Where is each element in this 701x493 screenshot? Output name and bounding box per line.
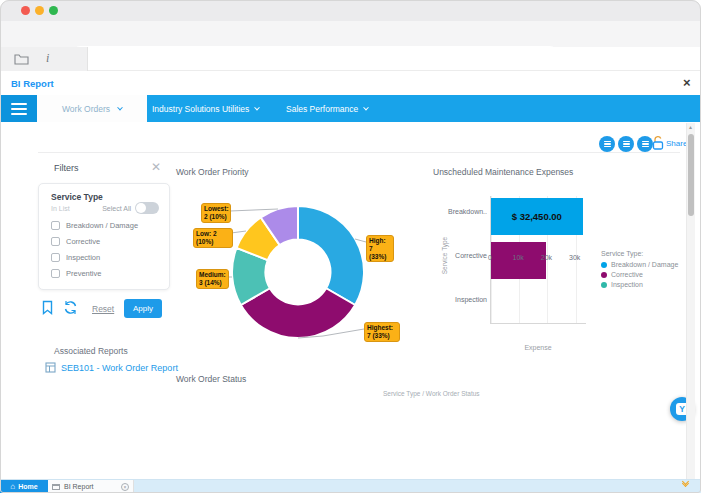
app-window: ← → ≡ i Tuesday, January 5, 2021 Admin B… xyxy=(0,0,701,493)
bar-chart-x-axis-label: Expense xyxy=(512,344,564,351)
legend-item: Corrective xyxy=(601,271,678,278)
legend-dot xyxy=(601,282,607,288)
close-tab-icon[interactable]: × xyxy=(121,483,129,491)
legend-dot xyxy=(601,262,607,268)
associated-reports-title: Associated Reports xyxy=(54,346,128,356)
tab-industry-solutions-utilities[interactable]: Industry Solutions Utilities xyxy=(152,95,259,122)
status-chart-subtitle: Service Type / Work Order Status xyxy=(383,390,480,397)
filter-option-row: Corrective xyxy=(51,237,100,246)
checkbox-preventive[interactable] xyxy=(51,269,60,278)
tab-label: Work Orders xyxy=(62,104,110,114)
tab-label: Sales Performance xyxy=(286,104,358,114)
legend-item: Breakdown / Damage xyxy=(601,261,678,268)
donut-chart-title: Work Order Priority xyxy=(176,167,249,177)
dashboard-action-icon-3[interactable] xyxy=(637,136,653,152)
taskbar-tab-bi-report[interactable]: BI Report × xyxy=(48,480,134,493)
filters-title: Filters xyxy=(54,163,79,173)
scrollbar-up-icon[interactable]: ▲ xyxy=(688,124,693,130)
toolbar-left-group: i xyxy=(0,47,88,71)
unlock-icon[interactable] xyxy=(652,135,664,151)
report-icon xyxy=(45,362,56,373)
scrollbar-thumb[interactable] xyxy=(688,134,694,216)
tab-sales-performance[interactable]: Sales Performance xyxy=(286,95,368,122)
dashboard-action-icon-2[interactable] xyxy=(618,136,634,152)
maximize-window-icon[interactable] xyxy=(49,6,58,15)
apply-button[interactable]: Apply xyxy=(124,299,162,318)
legend-label: Corrective xyxy=(611,271,643,278)
category-label: Breakdown.. xyxy=(423,208,487,215)
checkbox-corrective[interactable] xyxy=(51,237,60,246)
share-button[interactable]: Share xyxy=(666,139,687,148)
browser-chrome: ← → ≡ xyxy=(0,21,701,47)
x-tick: 10k xyxy=(510,254,526,261)
x-tick: 0 xyxy=(482,254,498,261)
filter-group-name: Service Type xyxy=(51,192,103,202)
filters-close-icon[interactable]: ✕ xyxy=(151,160,161,174)
report-window-icon xyxy=(52,484,60,490)
info-icon[interactable]: i xyxy=(46,51,49,66)
callout-lowest: Lowest: 2 (10%) xyxy=(201,203,231,223)
filter-option-row: Preventive xyxy=(51,269,101,278)
report-link-label: SEB101 - Work Order Report xyxy=(61,363,178,373)
option-label: Breakdown / Damage xyxy=(66,221,138,230)
callout-low: Low: 2 (10%) xyxy=(193,228,233,248)
filter-operator: In List xyxy=(51,205,70,212)
category-label: Inspection xyxy=(423,296,487,303)
bar-chart-title: Unscheduled Maintenance Expenses xyxy=(433,167,573,177)
legend-title: Service Type: xyxy=(601,250,678,257)
folder-icon[interactable] xyxy=(14,53,29,65)
callout-highest: Highest: 7 (33%) xyxy=(364,322,400,342)
dashboard-action-icon-1[interactable] xyxy=(599,136,615,152)
reset-link[interactable]: Reset xyxy=(92,304,114,314)
divider xyxy=(38,152,680,153)
page-title: BI Report xyxy=(11,78,54,89)
taskbar-tab-label: Home xyxy=(18,483,37,490)
legend-label: Breakdown / Damage xyxy=(611,261,678,268)
tab-label: Industry Solutions Utilities xyxy=(152,104,249,114)
bar-chart-legend: Service Type: Breakdown / Damage Correct… xyxy=(601,250,678,291)
option-label: Corrective xyxy=(66,237,100,246)
filter-option-row: Breakdown / Damage xyxy=(51,221,138,230)
work-order-priority-donut[interactable] xyxy=(208,188,388,360)
category-label: Corrective xyxy=(423,252,487,259)
tab-work-orders[interactable]: Work Orders xyxy=(37,95,147,122)
taskbar-tab-home[interactable]: ⌂ Home xyxy=(0,480,48,493)
callout-medium: Medium: 3 (14%) xyxy=(196,269,229,289)
select-all-toggle[interactable] xyxy=(135,202,159,214)
legend-item: Inspection xyxy=(601,281,678,288)
checkbox-breakdown-damage[interactable] xyxy=(51,221,60,230)
close-page-icon[interactable]: × xyxy=(683,75,691,90)
dashboard-navbar: Work Orders Industry Solutions Utilities… xyxy=(0,95,701,122)
minimize-window-icon[interactable] xyxy=(35,6,44,15)
close-window-icon[interactable] xyxy=(21,6,30,15)
option-label: Inspection xyxy=(66,253,100,262)
app-toolbar: i Tuesday, January 5, 2021 Admin xyxy=(0,47,701,71)
legend-label: Inspection xyxy=(611,281,643,288)
callout-high: High: 7 (33%) xyxy=(366,235,394,262)
filter-option-row: Inspection xyxy=(51,253,100,262)
refresh-icon[interactable] xyxy=(63,300,78,315)
dashboard-content: Share Filters ✕ Service Type In List Sel… xyxy=(0,122,701,479)
option-label: Preventive xyxy=(66,269,101,278)
x-tick: 30k xyxy=(567,254,583,261)
page-tab-row: BI Report × xyxy=(0,71,701,95)
taskbar: ⌂ Home BI Report × xyxy=(0,479,701,493)
window-title-bar xyxy=(0,0,701,21)
taskbar-overflow-chevrons-icon[interactable] xyxy=(683,482,688,486)
hamburger-menu-icon[interactable] xyxy=(0,95,37,122)
report-link-seb101[interactable]: SEB101 - Work Order Report xyxy=(45,362,178,373)
chevron-down-icon xyxy=(254,104,260,110)
home-icon: ⌂ xyxy=(10,483,15,491)
checkbox-inspection[interactable] xyxy=(51,253,60,262)
bar-value-label: $ 32,450.00 xyxy=(491,198,583,235)
chevron-down-icon xyxy=(363,104,369,110)
work-order-status-title: Work Order Status xyxy=(176,374,246,384)
bar-breakdown-damage[interactable]: $ 32,450.00 xyxy=(491,198,583,235)
chevron-down-icon xyxy=(117,104,123,110)
legend-dot xyxy=(601,272,607,278)
select-all-label: Select All xyxy=(102,205,131,212)
filter-group-card: Service Type In List Select All Breakdow… xyxy=(38,183,170,290)
bookmark-icon[interactable] xyxy=(42,300,53,315)
x-tick: 20k xyxy=(538,254,554,261)
taskbar-tab-label: BI Report xyxy=(64,483,94,490)
